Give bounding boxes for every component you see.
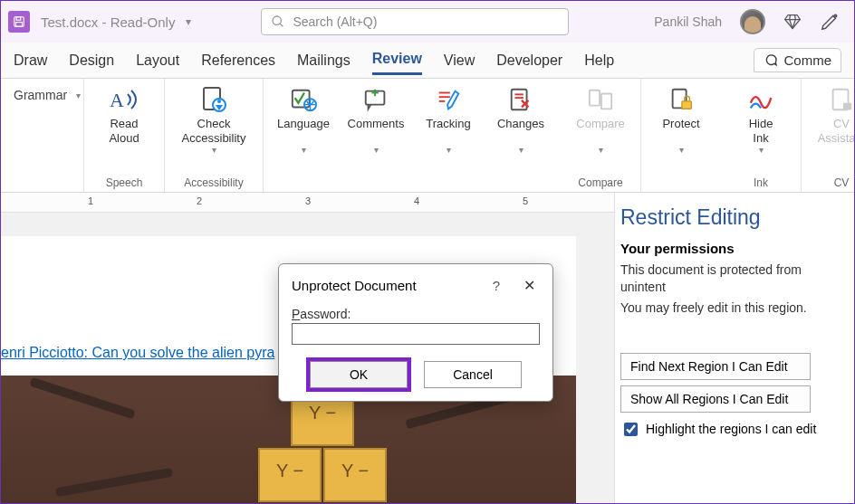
group-ink-label: Ink xyxy=(728,174,793,192)
show-all-regions-button[interactable]: Show All Regions I Can Edit xyxy=(620,385,811,413)
svg-rect-26 xyxy=(843,103,851,110)
dialog-title: Unprotect Document xyxy=(292,278,487,293)
document-link[interactable]: enri Picciotto: Can you solve the alien … xyxy=(1,345,274,360)
find-next-region-button[interactable]: Find Next Region I Can Edit xyxy=(620,353,811,380)
language-button[interactable]: Language▾ xyxy=(271,82,336,156)
title-bar: Test.docx - Read-Only ▾ Search (Alt+Q) P… xyxy=(1,1,854,43)
pane-title: Restrict Editing xyxy=(620,205,845,230)
comment-icon xyxy=(764,53,778,68)
tab-references[interactable]: References xyxy=(201,47,275,74)
tab-draw[interactable]: Draw xyxy=(14,47,47,74)
group-cv-label: CV xyxy=(809,174,855,192)
svg-rect-1 xyxy=(16,17,21,21)
tab-help[interactable]: Help xyxy=(584,47,614,74)
svg-line-4 xyxy=(280,24,283,26)
hide-ink-button[interactable]: Hide Ink ▾ xyxy=(728,82,793,156)
ink-icon xyxy=(747,86,774,113)
search-input[interactable]: Search (Alt+Q) xyxy=(261,8,569,35)
comments-label: Comme xyxy=(783,52,831,68)
ruler-mark: 1 xyxy=(88,195,93,206)
ruler-mark: 3 xyxy=(305,195,311,206)
ruler-mark: 5 xyxy=(523,195,528,206)
ribbon: Grammar ▾ A Read Aloud Speech Check Acce… xyxy=(1,79,854,193)
document-title: Test.docx - Read-Only xyxy=(41,14,175,30)
group-speech-label: Speech xyxy=(91,174,157,192)
protect-icon xyxy=(668,86,695,113)
highlight-checkbox-input[interactable] xyxy=(624,423,638,436)
dialog-help-button[interactable]: ? xyxy=(487,278,505,293)
user-name: Pankil Shah xyxy=(654,14,722,29)
search-icon xyxy=(271,14,285,29)
ruler[interactable]: 1 2 3 4 5 xyxy=(1,193,614,213)
language-icon xyxy=(290,86,317,113)
ruler-mark: 2 xyxy=(197,195,202,206)
svg-rect-18 xyxy=(512,90,527,110)
tab-mailings[interactable]: Mailings xyxy=(297,47,351,74)
group-accessibility-label: Accessibility xyxy=(172,174,255,192)
compare-icon xyxy=(587,86,614,113)
comment-bubble-icon xyxy=(362,86,389,113)
tab-view[interactable]: View xyxy=(444,47,475,74)
dialog-close-button[interactable]: ✕ xyxy=(518,277,540,294)
cv-assistant-button: CV Assistant xyxy=(809,82,855,145)
tracking-button[interactable]: Tracking▾ xyxy=(416,82,481,156)
title-dropdown-icon[interactable]: ▾ xyxy=(186,15,191,28)
svg-point-9 xyxy=(217,100,221,103)
password-label: Password: xyxy=(292,307,540,321)
tab-review[interactable]: Review xyxy=(372,45,422,75)
svg-text:A: A xyxy=(110,89,124,111)
unprotect-dialog: Unprotect Document ? ✕ Password: OK Canc… xyxy=(278,263,553,402)
protect-button[interactable]: Protect▾ xyxy=(648,82,714,156)
accessibility-icon xyxy=(199,85,228,114)
group-compare-label: Compare xyxy=(568,174,633,192)
grammar-label[interactable]: Grammar xyxy=(14,88,67,102)
svg-rect-24 xyxy=(682,101,691,109)
tab-developer[interactable]: Developer xyxy=(496,47,562,74)
comments-ribbon-button[interactable]: Comments▾ xyxy=(343,82,408,156)
tracking-icon xyxy=(435,86,462,113)
pane-subtitle: Your permissions xyxy=(620,241,845,256)
chevron-down-icon[interactable]: ▾ xyxy=(76,90,81,100)
read-aloud-button[interactable]: A Read Aloud xyxy=(91,82,157,145)
svg-rect-22 xyxy=(601,93,611,109)
comments-button[interactable]: Comme xyxy=(754,48,841,72)
pane-text-2: You may freely edit in this region. xyxy=(620,300,845,317)
cv-icon xyxy=(828,86,855,113)
svg-rect-2 xyxy=(16,23,23,27)
tab-design[interactable]: Design xyxy=(69,47,114,74)
save-icon[interactable] xyxy=(8,11,30,33)
avatar[interactable] xyxy=(740,9,765,34)
pen-icon[interactable] xyxy=(820,12,840,32)
read-aloud-icon: A xyxy=(110,85,139,114)
restrict-editing-pane: Restrict Editing Your permissions This d… xyxy=(614,193,854,504)
highlight-regions-checkbox[interactable]: Highlight the regions I can edit xyxy=(620,420,845,439)
svg-point-5 xyxy=(834,14,837,17)
tabs-bar: Draw Design Layout References Mailings R… xyxy=(1,43,854,79)
diamond-icon[interactable] xyxy=(783,13,802,31)
check-accessibility-button[interactable]: Check Accessibility ▾ xyxy=(172,82,255,156)
cancel-button[interactable]: Cancel xyxy=(424,361,522,388)
ok-button[interactable]: OK xyxy=(310,361,408,388)
changes-button[interactable]: Changes▾ xyxy=(488,82,553,156)
changes-icon xyxy=(507,86,534,113)
password-input[interactable] xyxy=(292,323,540,345)
compare-button: Compare▾ xyxy=(568,82,633,156)
svg-point-3 xyxy=(273,16,281,24)
tab-layout[interactable]: Layout xyxy=(136,47,179,74)
highlight-checkbox-label: Highlight the regions I can edit xyxy=(646,422,816,436)
pane-text-1: This document is protected from unintent xyxy=(620,262,845,296)
search-placeholder: Search (Alt+Q) xyxy=(293,14,377,29)
ruler-mark: 4 xyxy=(414,195,419,206)
svg-rect-21 xyxy=(590,90,600,106)
